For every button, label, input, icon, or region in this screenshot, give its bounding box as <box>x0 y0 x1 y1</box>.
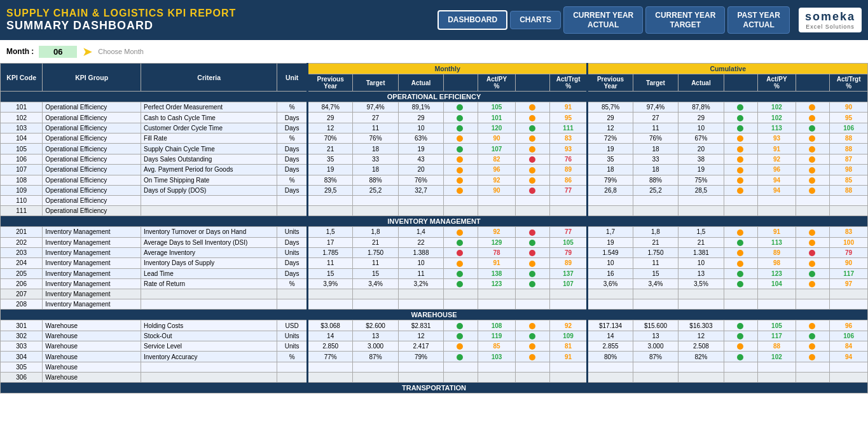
c-actual-cell: 12 <box>679 331 724 341</box>
kpi-group-cell: Inventory Management <box>43 268 141 278</box>
m-actual-cell: 19 <box>398 144 443 154</box>
c-prev-year-cell: 1,7 <box>588 227 633 237</box>
m-actual-cell: 79% <box>398 352 443 362</box>
c-actpy-dot-cell <box>724 165 758 175</box>
table-row: 202Inventory ManagementAverage Days to S… <box>1 237 868 247</box>
m-acttrgt-dot-cell <box>516 102 550 113</box>
charts-button[interactable]: CHARTS <box>510 11 561 29</box>
section-label: TRANSPORTATION <box>1 382 868 393</box>
kpi-group-cell: Inventory Management <box>43 289 141 299</box>
m-actpy-dot-cell <box>444 237 478 247</box>
kpi-code-cell: 106 <box>1 154 43 164</box>
kpi-unit-cell <box>277 299 308 310</box>
c-actual-cell: 29 <box>679 113 724 123</box>
c-actual-cell: 2.508 <box>679 341 724 352</box>
c-acttrgt-val-cell: 94 <box>830 352 868 362</box>
past-year-button[interactable]: PAST YEAR ACTUAL <box>727 6 790 34</box>
kpi-criteria-cell: Perfect Order Measurement <box>141 102 277 113</box>
c-actpy-val-cell: 88 <box>758 341 796 352</box>
kpi-criteria-cell: Average Inventory <box>141 247 277 257</box>
m-actpy-dot-cell <box>444 320 478 331</box>
c-target-cell: 13 <box>633 331 678 341</box>
kpi-unit-cell: Days <box>277 185 308 195</box>
m-actual-cell: 63% <box>398 134 443 144</box>
m-prev-year-cell: 83% <box>307 175 352 185</box>
c-actual-cell: 75% <box>679 175 724 185</box>
kpi-code-cell: 104 <box>1 134 43 144</box>
c-acttrgt-dot-cell <box>796 279 830 289</box>
month-row: Month : 06 ➤ Choose Month <box>0 40 868 63</box>
kpi-table: KPI Code KPI Group Criteria Unit Monthly… <box>0 63 868 394</box>
m-actpy-dot-cell <box>444 165 478 175</box>
m-target-cell: 87% <box>353 352 398 362</box>
table-row: 107Operational EfficiencyAvg. Payment Pe… <box>1 165 868 175</box>
c-acttrgt-val-cell: 90 <box>830 102 868 113</box>
m-actpy-dot-cell <box>444 352 478 362</box>
c-actpy-dot-cell <box>724 237 758 247</box>
kpi-group-cell: Operational Efficiency <box>43 144 141 154</box>
c-acttrgt-val-cell: 83 <box>830 227 868 237</box>
c-acttrgt-dot-cell <box>796 185 830 195</box>
m-acttrgt-val-cell: 79 <box>549 247 588 257</box>
kpi-unit-cell <box>277 289 308 299</box>
c-acttrgt-dot-cell <box>796 134 830 144</box>
month-value[interactable]: 06 <box>39 46 77 58</box>
kpi-group-cell: Warehouse <box>43 341 141 352</box>
c-actpy-dot-cell <box>724 331 758 341</box>
m-target-cell: 1.750 <box>353 247 398 257</box>
c-actpy-val-cell: 92 <box>758 154 796 164</box>
c-actual-cell: 20 <box>679 144 724 154</box>
m-prev-year-cell: 11 <box>307 258 352 268</box>
m-actpy-dot-cell <box>444 258 478 268</box>
c-acttrgt-dot-cell <box>796 227 830 237</box>
m-target-cell: 11 <box>353 123 398 133</box>
current-year-target-button[interactable]: CURRENT YEAR TARGET <box>645 6 725 34</box>
m-acttrgt-dot-cell <box>516 175 550 185</box>
kpi-group-cell: Inventory Management <box>43 299 141 310</box>
m-target-cell: 3,4% <box>353 279 398 289</box>
table-row: 201Inventory ManagementInventory Turnove… <box>1 227 868 237</box>
m-actpy-ind <box>444 74 478 92</box>
m-acttrgt-dot-cell <box>516 154 550 164</box>
m-target-cell: 97,4% <box>353 102 398 113</box>
c-actual-cell: 3,5% <box>679 279 724 289</box>
c-actual-cell: 1,5 <box>679 227 724 237</box>
kpi-code-cell: 103 <box>1 123 43 133</box>
current-year-actual-button[interactable]: CURRENT YEAR ACTUAL <box>563 6 643 34</box>
m-target-cell: 25,2 <box>353 185 398 195</box>
c-acttrgt-dot-cell <box>796 268 830 278</box>
m-actpy-val-cell: 96 <box>478 165 516 175</box>
kpi-unit-cell: % <box>277 102 308 113</box>
c-actpy-val-cell: 117 <box>758 331 796 341</box>
kpi-group-cell: Inventory Management <box>43 247 141 257</box>
m-acttrgt-dot-cell <box>516 113 550 123</box>
c-actpy-dot-cell <box>724 258 758 268</box>
kpi-group-cell: Operational Efficiency <box>43 113 141 123</box>
c-prev-year-cell: 16 <box>588 268 633 278</box>
m-actual-cell: 29 <box>398 113 443 123</box>
m-target-cell: 15 <box>353 268 398 278</box>
table-row: 106Operational EfficiencyDays Sales Outs… <box>1 154 868 164</box>
m-actpy-val-cell: 129 <box>478 237 516 247</box>
c-actual-cell: 82% <box>679 352 724 362</box>
dashboard-button[interactable]: DASHBOARD <box>437 10 507 29</box>
kpi-group-cell: Operational Efficiency <box>43 102 141 113</box>
c-prev-year-cell: 29 <box>588 113 633 123</box>
c-target-cell: 11 <box>633 258 678 268</box>
m-actpy-val-cell: 119 <box>478 331 516 341</box>
m-acttrgt-dot-cell <box>516 185 550 195</box>
kpi-unit-cell <box>277 196 308 206</box>
c-actual-cell: 10 <box>679 258 724 268</box>
table-row: 208Inventory Management <box>1 299 868 310</box>
m-actual-cell: 89,1% <box>398 102 443 113</box>
c-acttrgt-val-cell: 98 <box>830 165 868 175</box>
m-actpy-val-cell: 103 <box>478 352 516 362</box>
kpi-table-wrapper: KPI Code KPI Group Criteria Unit Monthly… <box>0 63 868 394</box>
c-actual-cell: 38 <box>679 154 724 164</box>
c-actual-cell: 87,8% <box>679 102 724 113</box>
c-prev-year-cell: 18 <box>588 165 633 175</box>
table-row: 105Operational EfficiencySupply Chain Cy… <box>1 144 868 154</box>
c-prev-year-cell: 2.855 <box>588 341 633 352</box>
table-row: 111Operational Efficiency <box>1 206 868 216</box>
kpi-code-cell: 208 <box>1 299 43 310</box>
